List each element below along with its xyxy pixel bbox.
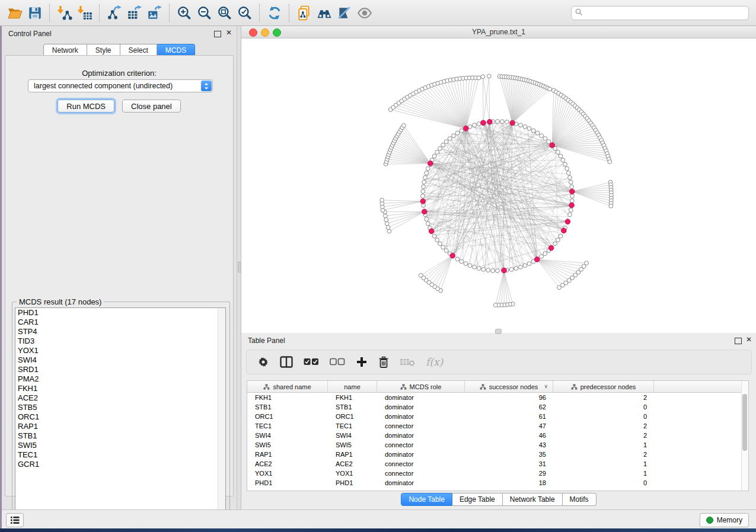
graph-node[interactable] <box>559 234 563 238</box>
graph-node[interactable] <box>543 137 547 141</box>
graph-node[interactable] <box>435 150 439 155</box>
graph-node[interactable] <box>426 222 430 226</box>
graph-node[interactable] <box>559 154 563 158</box>
graph-node[interactable] <box>523 264 527 268</box>
create-column-button[interactable] <box>356 354 368 370</box>
graph-leaf-node[interactable] <box>609 204 613 208</box>
network-graph-canvas[interactable] <box>241 39 755 332</box>
graph-node[interactable] <box>460 259 464 264</box>
graph-mcds-node[interactable] <box>548 245 554 251</box>
graph-node[interactable] <box>568 213 572 217</box>
graph-mcds-node[interactable] <box>429 229 434 234</box>
graph-mcds-node[interactable] <box>420 199 426 204</box>
graph-node[interactable] <box>477 122 481 126</box>
toggle-column-view-button[interactable] <box>280 354 293 370</box>
graph-node[interactable] <box>496 120 500 124</box>
table-row[interactable]: ORC1ORC1dominator610 <box>247 412 748 421</box>
graph-node[interactable] <box>569 208 573 212</box>
graph-node[interactable] <box>563 162 567 166</box>
graph-node[interactable] <box>421 194 425 198</box>
mcds-result-node[interactable]: TEC1 <box>15 450 225 460</box>
table-row[interactable]: SWI4SWI4dominator462 <box>247 431 748 440</box>
graph-leaf-node[interactable] <box>384 218 388 222</box>
graph-leaf-node[interactable] <box>481 75 485 79</box>
graph-leaf-node[interactable] <box>387 229 391 233</box>
graph-mcds-node[interactable] <box>535 257 540 262</box>
graph-node[interactable] <box>425 171 429 175</box>
graph-mcds-node[interactable] <box>487 119 493 124</box>
task-history-button[interactable] <box>6 513 24 527</box>
graph-node[interactable] <box>452 134 456 138</box>
graph-mcds-node[interactable] <box>481 120 486 126</box>
mcds-result-node[interactable]: GCR1 <box>15 460 225 469</box>
column-header-name[interactable]: name <box>328 381 377 393</box>
graph-node[interactable] <box>556 238 560 242</box>
close-panel-icon[interactable]: ✕ <box>746 335 752 344</box>
zoom-in-button[interactable] <box>174 4 194 23</box>
graph-node[interactable] <box>438 146 442 150</box>
tab-edge-table[interactable]: Edge Table <box>452 493 503 506</box>
graph-leaf-node[interactable] <box>557 286 562 290</box>
graph-leaf-node[interactable] <box>477 76 481 80</box>
graph-node[interactable] <box>444 140 448 144</box>
graph-mcds-node[interactable] <box>565 219 570 225</box>
graph-node[interactable] <box>473 123 477 127</box>
graph-node[interactable] <box>455 131 460 135</box>
table-row[interactable]: ACE2ACE2connector311 <box>247 459 748 469</box>
graph-node[interactable] <box>464 262 468 266</box>
graph-node[interactable] <box>540 255 544 259</box>
splitter-handle[interactable] <box>238 262 241 273</box>
graph-node[interactable] <box>543 252 547 256</box>
mcds-result-node[interactable]: FKH1 <box>15 384 225 393</box>
horizontal-splitter-handle[interactable] <box>495 329 502 334</box>
mcds-result-node[interactable]: CAR1 <box>15 318 225 327</box>
table-row[interactable]: PHD1PHD1dominator180 <box>247 478 748 488</box>
graph-mcds-node[interactable] <box>569 203 575 208</box>
run-mcds-button[interactable]: Run MCDS <box>58 100 114 113</box>
mcds-result-node[interactable]: SRD1 <box>15 365 225 374</box>
import-table-button[interactable] <box>75 4 95 23</box>
graph-node[interactable] <box>432 154 436 158</box>
graph-node[interactable] <box>561 158 565 162</box>
close-panel-icon[interactable]: ✕ <box>226 28 232 37</box>
graph-mcds-node[interactable] <box>428 161 433 166</box>
graph-leaf-node[interactable] <box>402 123 406 127</box>
graph-node[interactable] <box>570 185 574 189</box>
graph-leaf-node[interactable] <box>380 198 384 202</box>
graph-node[interactable] <box>570 199 574 203</box>
graph-leaf-node[interactable] <box>608 160 612 164</box>
graph-node[interactable] <box>505 120 509 124</box>
mcds-result-node[interactable]: PHD1 <box>15 308 225 318</box>
graph-leaf-node[interactable] <box>548 87 552 91</box>
table-row[interactable]: FKH1FKH1dominator962 <box>247 393 748 402</box>
graph-node[interactable] <box>468 264 472 268</box>
graph-node[interactable] <box>473 265 477 269</box>
mcds-result-node[interactable]: ACE2 <box>15 393 225 403</box>
graph-node[interactable] <box>422 185 426 189</box>
graph-node[interactable] <box>477 267 481 271</box>
zoom-selected-button[interactable] <box>235 4 255 23</box>
graph-node[interactable] <box>531 129 535 133</box>
table-row[interactable]: YOX1YOX1connector291 <box>247 469 748 478</box>
graph-node[interactable] <box>547 140 551 144</box>
search-network-button[interactable] <box>314 4 334 23</box>
graph-node[interactable] <box>438 242 442 246</box>
function-builder-button[interactable]: f(x) <box>426 354 443 370</box>
graph-node[interactable] <box>448 137 452 141</box>
select-all-columns-button[interactable] <box>304 354 319 370</box>
mcds-result-node[interactable]: STP4 <box>15 327 225 336</box>
table-row[interactable]: RAP1RAP1dominator352 <box>247 450 748 459</box>
refresh-layout-button[interactable] <box>264 4 285 23</box>
export-image-button[interactable] <box>145 4 165 23</box>
import-network-button[interactable] <box>55 4 75 23</box>
graph-mcds-node[interactable] <box>562 228 567 233</box>
graph-node[interactable] <box>540 134 544 138</box>
graph-node[interactable] <box>514 267 518 271</box>
graph-node[interactable] <box>568 175 572 180</box>
graph-node[interactable] <box>491 268 495 273</box>
graph-node[interactable] <box>444 249 448 253</box>
graph-node[interactable] <box>422 180 426 184</box>
column-header-shared-name[interactable]: shared name <box>247 381 328 393</box>
table-options-button[interactable] <box>257 354 269 370</box>
mcds-result-node[interactable]: SWI5 <box>15 441 225 450</box>
